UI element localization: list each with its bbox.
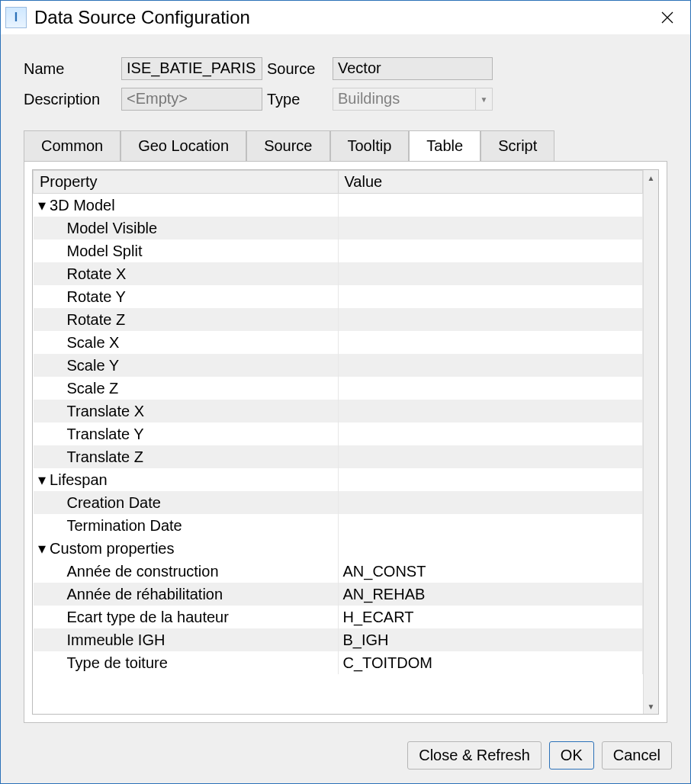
- col-header-value[interactable]: Value: [338, 171, 643, 194]
- dialog-window: I Data Source Configuration Name ISE_BAT…: [0, 0, 691, 784]
- value-cell[interactable]: [338, 331, 643, 354]
- property-cell: Model Split: [34, 239, 339, 262]
- property-cell: Type de toiture: [34, 651, 339, 674]
- value-cell[interactable]: [338, 400, 643, 423]
- table-row[interactable]: Termination Date: [34, 514, 643, 537]
- property-cell: Model Visible: [34, 217, 339, 239]
- value-cell[interactable]: AN_REHAB: [338, 583, 643, 606]
- table-row[interactable]: Translate Z: [34, 445, 643, 468]
- group-name: Lifespan: [50, 471, 108, 488]
- tab-table[interactable]: Table: [409, 130, 480, 162]
- table-row[interactable]: Immeuble IGHB_IGH: [34, 628, 643, 651]
- type-select[interactable]: Buildings ▼: [333, 88, 493, 111]
- description-field[interactable]: <Empty>: [121, 88, 262, 111]
- table-row[interactable]: Scale Z: [34, 377, 643, 400]
- property-cell: Rotate Z: [34, 308, 339, 331]
- table-row[interactable]: Année de réhabilitationAN_REHAB: [34, 583, 643, 606]
- property-cell: Scale Y: [34, 354, 339, 377]
- ok-button[interactable]: OK: [549, 741, 594, 770]
- property-cell: Scale Z: [34, 377, 339, 400]
- table-row[interactable]: Rotate Y: [34, 285, 643, 308]
- tab-script[interactable]: Script: [480, 130, 554, 162]
- scroll-up-icon[interactable]: ▲: [644, 170, 658, 185]
- app-icon: I: [5, 7, 27, 28]
- property-table: Property Value ▾ 3D ModelModel VisibleMo…: [33, 170, 643, 674]
- value-cell[interactable]: [338, 491, 643, 514]
- name-label: Name: [24, 60, 117, 78]
- tab-common[interactable]: Common: [24, 130, 121, 162]
- table-row[interactable]: Ecart type de la hauteurH_ECART: [34, 606, 643, 628]
- property-table-wrap: Property Value ▾ 3D ModelModel VisibleMo…: [32, 169, 659, 715]
- property-cell: Année de construction: [34, 560, 339, 583]
- value-cell[interactable]: C_TOITDOM: [338, 651, 643, 674]
- property-cell: Rotate Y: [34, 285, 339, 308]
- table-row[interactable]: Rotate X: [34, 262, 643, 285]
- collapse-icon: ▾: [38, 539, 46, 557]
- group-name: Custom properties: [50, 540, 174, 557]
- property-cell: Année de réhabilitation: [34, 583, 339, 606]
- property-cell: Termination Date: [34, 514, 339, 537]
- property-cell: Translate Y: [34, 423, 339, 445]
- cancel-button[interactable]: Cancel: [602, 741, 672, 770]
- value-cell[interactable]: [338, 514, 643, 537]
- group-row[interactable]: ▾ Lifespan: [34, 468, 643, 491]
- property-table-scroll: Property Value ▾ 3D ModelModel VisibleMo…: [33, 170, 643, 714]
- table-row[interactable]: Model Split: [34, 239, 643, 262]
- titlebar: I Data Source Configuration: [1, 1, 690, 34]
- value-cell[interactable]: [338, 308, 643, 331]
- name-field[interactable]: ISE_BATIE_PARIS: [121, 57, 262, 80]
- table-row[interactable]: Type de toitureC_TOITDOM: [34, 651, 643, 674]
- tab-geo-location[interactable]: Geo Location: [121, 130, 246, 162]
- window-title: Data Source Configuration: [34, 7, 649, 28]
- table-row[interactable]: Année de constructionAN_CONST: [34, 560, 643, 583]
- value-cell[interactable]: [338, 377, 643, 400]
- group-row[interactable]: ▾ Custom properties: [34, 537, 643, 560]
- value-cell[interactable]: [338, 445, 643, 468]
- group-row[interactable]: ▾ 3D Model: [34, 194, 643, 217]
- close-refresh-button[interactable]: Close & Refresh: [407, 741, 542, 770]
- chevron-down-icon: ▼: [476, 88, 493, 111]
- scrollbar-vertical[interactable]: ▲ ▼: [643, 170, 658, 714]
- value-cell[interactable]: H_ECART: [338, 606, 643, 628]
- source-field[interactable]: Vector: [333, 57, 493, 80]
- table-row[interactable]: Creation Date: [34, 491, 643, 514]
- form-grid: Name ISE_BATIE_PARIS Source Vector Descr…: [24, 57, 667, 111]
- tab-panel-table: Property Value ▾ 3D ModelModel VisibleMo…: [24, 161, 667, 723]
- value-cell[interactable]: AN_CONST: [338, 560, 643, 583]
- property-cell: Immeuble IGH: [34, 628, 339, 651]
- value-cell[interactable]: [338, 262, 643, 285]
- value-cell[interactable]: [338, 354, 643, 377]
- close-icon[interactable]: [649, 4, 686, 31]
- type-label: Type: [267, 91, 328, 108]
- tab-tooltip[interactable]: Tooltip: [330, 130, 410, 162]
- property-cell: Translate X: [34, 400, 339, 423]
- table-row[interactable]: Translate Y: [34, 423, 643, 445]
- table-row[interactable]: Scale Y: [34, 354, 643, 377]
- property-cell: Translate Z: [34, 445, 339, 468]
- tab-bar: Common Geo Location Source Tooltip Table…: [24, 130, 667, 161]
- table-row[interactable]: Scale X: [34, 331, 643, 354]
- value-cell[interactable]: [338, 217, 643, 239]
- type-select-value: Buildings: [333, 88, 476, 111]
- property-cell: Creation Date: [34, 491, 339, 514]
- col-header-property[interactable]: Property: [34, 171, 339, 194]
- value-cell[interactable]: B_IGH: [338, 628, 643, 651]
- property-cell: Scale X: [34, 331, 339, 354]
- property-cell: Ecart type de la hauteur: [34, 606, 339, 628]
- table-row[interactable]: Rotate Z: [34, 308, 643, 331]
- source-label: Source: [267, 60, 328, 78]
- property-cell: Rotate X: [34, 262, 339, 285]
- button-bar: Close & Refresh OK Cancel: [1, 731, 690, 783]
- table-row[interactable]: Translate X: [34, 400, 643, 423]
- collapse-icon: ▾: [38, 196, 46, 214]
- value-cell[interactable]: [338, 239, 643, 262]
- group-name: 3D Model: [50, 197, 115, 214]
- dialog-content: Name ISE_BATIE_PARIS Source Vector Descr…: [1, 34, 690, 731]
- value-cell[interactable]: [338, 285, 643, 308]
- table-row[interactable]: Model Visible: [34, 217, 643, 239]
- description-label: Description: [24, 91, 117, 108]
- collapse-icon: ▾: [38, 471, 46, 489]
- value-cell[interactable]: [338, 423, 643, 445]
- scroll-down-icon[interactable]: ▼: [644, 699, 658, 714]
- tab-source[interactable]: Source: [246, 130, 329, 162]
